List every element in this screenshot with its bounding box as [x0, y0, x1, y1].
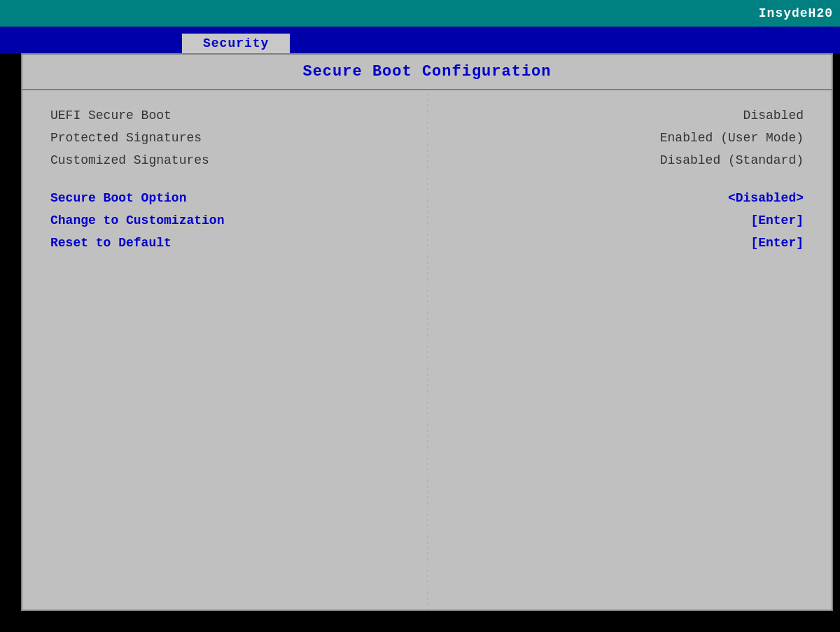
reset-to-default-value[interactable]: [Enter] — [750, 236, 804, 250]
protected-signatures-row: Protected Signatures Enabled (User Mode) — [50, 127, 804, 149]
secure-boot-option-value[interactable]: <Disabled> — [728, 191, 804, 205]
reset-to-default-row[interactable]: Reset to Default [Enter] — [50, 232, 804, 254]
protected-signatures-label: Protected Signatures — [50, 131, 202, 145]
customized-signatures-row: Customized Signatures Disabled (Standard… — [50, 149, 804, 171]
customized-signatures-label: Customized Signatures — [50, 153, 209, 167]
protected-signatures-value: Enabled (User Mode) — [660, 131, 804, 145]
secure-boot-option-label[interactable]: Secure Boot Option — [50, 191, 186, 205]
section-title-bar: Secure Boot Configuration — [22, 55, 832, 90]
reset-to-default-label[interactable]: Reset to Default — [50, 236, 172, 250]
brand-label: InsydeH20 — [759, 6, 833, 20]
secure-boot-option-row[interactable]: Secure Boot Option <Disabled> — [50, 187, 804, 209]
main-content: Secure Boot Configuration UEFI Secure Bo… — [21, 53, 833, 611]
uefi-secure-boot-row: UEFI Secure Boot Disabled — [50, 104, 804, 127]
security-tab[interactable]: Security — [182, 34, 290, 53]
change-to-customization-label[interactable]: Change to Customization — [50, 213, 224, 227]
nav-bar: Security — [0, 27, 840, 53]
section-title: Secure Boot Configuration — [302, 63, 551, 80]
content-area: UEFI Secure Boot Disabled Protected Sign… — [22, 90, 832, 268]
change-to-customization-value[interactable]: [Enter] — [750, 213, 804, 227]
spacer — [50, 171, 804, 187]
screen: InsydeH20 Security Secure Boot Configura… — [0, 0, 840, 632]
uefi-secure-boot-label: UEFI Secure Boot — [50, 108, 172, 122]
customized-signatures-value: Disabled (Standard) — [660, 153, 804, 167]
uefi-secure-boot-value: Disabled — [743, 108, 804, 122]
top-bar: InsydeH20 — [0, 0, 840, 27]
change-to-customization-row[interactable]: Change to Customization [Enter] — [50, 209, 804, 232]
